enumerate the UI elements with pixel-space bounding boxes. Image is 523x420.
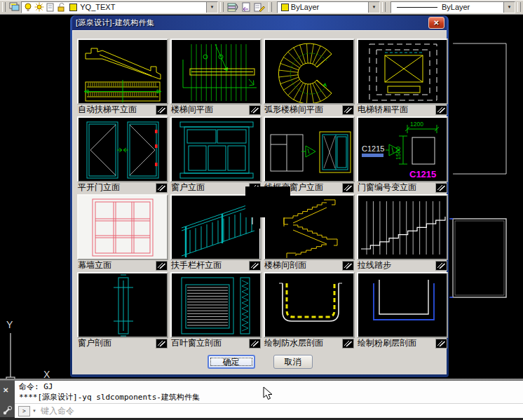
layer-properties-button[interactable] bbox=[8, 1, 21, 13]
component-thumbnail[interactable] bbox=[170, 272, 262, 338]
slide-icon bbox=[343, 106, 353, 114]
color-combo-dropdown[interactable]: ▼ bbox=[368, 2, 379, 13]
ucs-y-label: Y bbox=[6, 319, 13, 330]
layer-translate-button[interactable] bbox=[253, 1, 266, 13]
component-label: 自动扶梯平立面 bbox=[78, 104, 137, 116]
toolbar-grip[interactable] bbox=[220, 2, 224, 12]
component-thumbnail[interactable] bbox=[357, 272, 448, 338]
new-tag-text: C1215 bbox=[409, 169, 436, 179]
component-label: 门窗编号变立面 bbox=[358, 182, 416, 194]
component-cell-frame-to-window[interactable]: 线框变窗户立面 bbox=[264, 116, 357, 194]
layer-thaw-sun-icon[interactable] bbox=[34, 2, 45, 13]
component-thumbnail[interactable] bbox=[77, 194, 168, 260]
cancel-button[interactable]: 取消 bbox=[273, 355, 313, 369]
slide-icon bbox=[343, 262, 353, 270]
layers-icon bbox=[9, 2, 20, 12]
slide-icon bbox=[156, 106, 167, 114]
component-thumbnail[interactable] bbox=[357, 194, 448, 260]
component-cell-window-elevation[interactable]: 窗户立面 bbox=[170, 116, 264, 194]
autocad-window: { "toolbar": { "layer_combo_value": "YQ_… bbox=[0, 0, 523, 420]
command-input-placeholder: 键入命令 bbox=[41, 405, 74, 417]
component-thumbnail[interactable] bbox=[264, 39, 355, 104]
ok-button[interactable]: 确定 bbox=[208, 355, 255, 369]
component-thumbnail[interactable] bbox=[170, 116, 262, 182]
slide-icon bbox=[436, 339, 447, 348]
component-cell-curved-stair[interactable]: 弧形楼梯间平面 bbox=[264, 39, 357, 116]
top-toolbar: YQ_TEXT ▼ ByLayer ▼ ByLayer ▼ bbox=[0, 0, 523, 15]
layer-translate-icon bbox=[254, 2, 265, 12]
component-thumbnail[interactable] bbox=[264, 272, 355, 338]
linetype-combo-value: ByLayer bbox=[442, 3, 470, 11]
screen-artifact-lines bbox=[245, 210, 266, 263]
component-cell-plaster[interactable]: 绘制粉刷层剖面 bbox=[357, 272, 450, 350]
background-drawing-geometry bbox=[449, 35, 523, 316]
component-thumbnail[interactable] bbox=[77, 116, 168, 182]
component-label: 平开门立面 bbox=[78, 182, 120, 194]
color-combo-value: ByLayer bbox=[291, 3, 319, 11]
component-cell-stair-plan[interactable]: 楼梯间平面 bbox=[170, 39, 264, 116]
layer-previous-button[interactable] bbox=[239, 1, 252, 13]
component-thumbnail[interactable] bbox=[170, 39, 262, 104]
command-close-icon[interactable]: ✕ bbox=[3, 387, 8, 394]
component-label: 扶手栏杆立面 bbox=[171, 259, 222, 271]
component-thumbnail[interactable]: C1215 1200 1500 C1215 bbox=[357, 116, 448, 182]
slide-icon bbox=[436, 106, 447, 114]
command-options-dropdown[interactable]: ▼ bbox=[32, 409, 36, 413]
command-window: ✕ 命令: GJ ****[源泉设计]-yq sldcomponents-建筑构… bbox=[0, 379, 523, 420]
height-dim-text: 1500 bbox=[395, 147, 402, 160]
slide-icon bbox=[250, 339, 260, 348]
component-label: 楼梯间剖面 bbox=[264, 259, 306, 271]
component-thumbnail[interactable] bbox=[357, 39, 448, 104]
component-label: 窗户立面 bbox=[171, 182, 205, 194]
wrench-icon[interactable] bbox=[2, 405, 13, 416]
linetype-combo[interactable]: ByLayer ▼ bbox=[390, 1, 515, 13]
slide-icon bbox=[250, 106, 260, 114]
component-label: 绘制防水层剖面 bbox=[264, 337, 323, 349]
component-label: 楼梯间平面 bbox=[171, 104, 213, 116]
dialog-titlebar[interactable]: [源泉设计]-建筑构件集 ✕ bbox=[72, 15, 447, 30]
component-cell-swing-door[interactable]: 平开门立面 bbox=[77, 116, 170, 194]
component-cell-escalator[interactable]: 自动扶梯平立面 bbox=[77, 39, 170, 116]
component-label: 窗户剖面 bbox=[78, 337, 111, 349]
toolbar-grip[interactable] bbox=[382, 2, 386, 12]
component-cell-elevator[interactable]: 电梯轿厢平面 bbox=[357, 39, 450, 116]
component-thumbnail[interactable] bbox=[77, 272, 168, 338]
screen-artifact-black bbox=[245, 187, 290, 217]
linetype-sample bbox=[397, 7, 437, 8]
layer-on-bulb-icon[interactable] bbox=[23, 2, 34, 13]
color-combo[interactable]: ByLayer ▼ bbox=[277, 1, 380, 13]
component-cell-curtain-wall[interactable]: 幕墙立面 bbox=[77, 194, 170, 272]
component-cell-tag-change[interactable]: C1215 1200 1500 C1215 bbox=[357, 116, 450, 194]
component-label: 百叶窗立剖面 bbox=[171, 337, 222, 349]
component-cell-waterproof[interactable]: 绘制防水层剖面 bbox=[264, 272, 357, 350]
component-label: 电梯轿厢平面 bbox=[358, 104, 408, 116]
component-thumbnail[interactable] bbox=[264, 116, 355, 182]
layer-states-button[interactable] bbox=[226, 1, 239, 13]
component-thumbnail[interactable] bbox=[77, 39, 168, 104]
component-label: 绘制粉刷层剖面 bbox=[358, 337, 416, 349]
component-cell-step-line[interactable]: 拉线踏步 bbox=[357, 194, 450, 272]
component-cell-window-section[interactable]: 窗户剖面 bbox=[77, 272, 170, 350]
toolbar-grip[interactable] bbox=[269, 2, 272, 12]
slide-icon bbox=[156, 339, 167, 348]
current-color-swatch bbox=[281, 4, 289, 11]
layer-previous-icon bbox=[240, 2, 252, 12]
layer-unlock-icon[interactable] bbox=[56, 2, 67, 13]
ucs-icon: Y X bbox=[0, 305, 70, 389]
slide-icon bbox=[343, 184, 353, 192]
command-prompt-icon[interactable]: > bbox=[18, 406, 30, 416]
command-input-row[interactable]: > ▼ 键入命令 bbox=[15, 403, 523, 418]
component-cell-louver[interactable]: 百叶窗立剖面 bbox=[170, 272, 264, 350]
old-tag-text: C1215 bbox=[362, 144, 384, 153]
dialog-close-button[interactable]: ✕ bbox=[428, 17, 444, 29]
slide-icon bbox=[436, 262, 447, 270]
slide-icon bbox=[156, 184, 167, 192]
linetype-combo-dropdown[interactable]: ▼ bbox=[503, 2, 515, 13]
toolbar-grip[interactable] bbox=[517, 2, 521, 12]
slide-icon bbox=[436, 184, 447, 192]
layer-combo-dropdown[interactable]: ▼ bbox=[206, 2, 217, 13]
command-side-strip: ✕ bbox=[0, 381, 15, 417]
toolbar-grip[interactable] bbox=[2, 2, 6, 12]
layer-combo[interactable]: YQ_TEXT ▼ bbox=[21, 1, 218, 13]
layer-viewport-icon[interactable] bbox=[46, 2, 55, 13]
